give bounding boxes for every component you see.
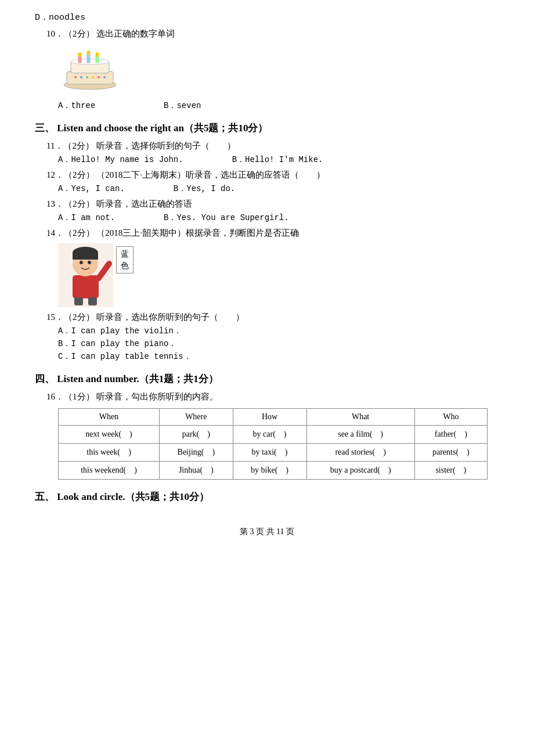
svg-rect-21 bbox=[73, 253, 98, 260]
cell-what-1: see a film( ) bbox=[306, 426, 414, 444]
q14-image-area: 蓝 色 bbox=[58, 243, 499, 307]
q12-options: A．Yes, I can. B．Yes, I do. bbox=[58, 183, 499, 194]
svg-point-11 bbox=[80, 76, 82, 78]
cake-image bbox=[58, 47, 122, 93]
q14-label: 14．（2分） （2018三上·韶关期中）根据录音，判断图片是否正确 bbox=[46, 228, 499, 239]
col-how: How bbox=[233, 409, 306, 426]
cell-how-3: by bike( ) bbox=[233, 462, 306, 480]
q12-label: 12．（2分） （2018二下·上海期末）听录音，选出正确的应答语（ ） bbox=[46, 170, 499, 181]
svg-point-13 bbox=[92, 76, 94, 78]
svg-point-10 bbox=[74, 76, 77, 78]
col-when: When bbox=[59, 409, 160, 426]
cell-how-1: by car( ) bbox=[233, 426, 306, 444]
svg-point-14 bbox=[98, 76, 100, 78]
svg-rect-17 bbox=[73, 275, 99, 298]
question-10: 10．（2分） 选出正确的数字单词 A．three B．seven bbox=[46, 28, 499, 111]
svg-rect-5 bbox=[87, 54, 90, 63]
q15-option-c: C．I can play table tennis． bbox=[58, 351, 499, 362]
q11-label: 11．（2分） 听录音，选择你听到的句子（ ） bbox=[46, 141, 499, 152]
q15-label: 15．（2分） 听录音，选出你所听到的句子（ ） bbox=[46, 312, 499, 323]
svg-point-12 bbox=[86, 76, 88, 78]
page-footer: 第 3 页 共 11 页 bbox=[35, 527, 499, 537]
question-16: 16．（1分） 听录音，勾出你所听到的内容。 When Where How Wh… bbox=[46, 391, 499, 480]
q10-option-a: A．three B．seven bbox=[58, 100, 499, 111]
table-row: this weekend( ) Jinhua( ) by bike( ) buy… bbox=[59, 462, 488, 480]
cell-when-1: next week( ) bbox=[59, 426, 160, 444]
question-11: 11．（2分） 听录音，选择你听到的句子（ ） A．Hello! My name… bbox=[46, 141, 499, 165]
svg-point-22 bbox=[80, 261, 83, 264]
col-where: Where bbox=[160, 409, 233, 426]
q16-label: 16．（1分） 听录音，勾出你所听到的内容。 bbox=[46, 391, 499, 402]
table-row: this week( ) Beijing( ) by taxi( ) read … bbox=[59, 444, 488, 462]
q15-option-a: A．I can play the violin． bbox=[58, 326, 499, 336]
q10-label: 10．（2分） 选出正确的数字单词 bbox=[46, 28, 499, 39]
option-d-noodles: D．noodles bbox=[35, 12, 499, 23]
cell-where-2: Beijing( ) bbox=[160, 444, 233, 462]
svg-point-23 bbox=[88, 261, 91, 264]
cell-what-3: buy a postcard( ) bbox=[306, 462, 414, 480]
blue-label: 蓝 色 bbox=[116, 246, 134, 273]
table-row: next week( ) park( ) by car( ) see a fil… bbox=[59, 426, 488, 444]
cell-when-2: this week( ) bbox=[59, 444, 160, 462]
section-5-header: 五、 Look and circle.（共5题；共10分） bbox=[35, 490, 499, 503]
cell-who-3: sister( ) bbox=[414, 462, 487, 480]
svg-point-9 bbox=[96, 52, 99, 57]
table-header-row: When Where How What Who bbox=[59, 409, 488, 426]
q13-label: 13．（2分） 听录音，选出正确的答语 bbox=[46, 199, 499, 210]
cell-who-2: parents( ) bbox=[414, 444, 487, 462]
svg-rect-24 bbox=[74, 297, 83, 305]
cell-when-3: this weekend( ) bbox=[59, 462, 160, 480]
question-15: 15．（2分） 听录音，选出你所听到的句子（ ） A．I can play th… bbox=[46, 312, 499, 362]
question-14: 14．（2分） （2018三上·韶关期中）根据录音，判断图片是否正确 bbox=[46, 228, 499, 307]
section-3-header: 三、 Listen and choose the right an（共5题；共1… bbox=[35, 121, 499, 135]
col-who: Who bbox=[414, 409, 487, 426]
question-12: 12．（2分） （2018二下·上海期末）听录音，选出正确的应答语（ ） A．Y… bbox=[46, 170, 499, 194]
cell-how-2: by taxi( ) bbox=[233, 444, 306, 462]
svg-point-15 bbox=[103, 76, 106, 78]
svg-point-8 bbox=[87, 51, 91, 55]
cell-who-1: father( ) bbox=[414, 426, 487, 444]
q13-options: A．I am not. B．Yes. You are Supergirl. bbox=[58, 213, 499, 223]
section-4-header: 四、 Listen and number.（共1题；共1分） bbox=[35, 372, 499, 386]
cell-where-3: Jinhua( ) bbox=[160, 462, 233, 480]
q11-options: A．Hello! My name is John. B．Hello! I'm M… bbox=[58, 154, 499, 165]
cell-what-2: read stories( ) bbox=[306, 444, 414, 462]
svg-point-7 bbox=[78, 52, 82, 57]
svg-rect-25 bbox=[88, 297, 97, 305]
cell-where-1: park( ) bbox=[160, 426, 233, 444]
person-image bbox=[58, 243, 113, 307]
col-what: What bbox=[306, 409, 414, 426]
q15-option-b: B．I can play the piano． bbox=[58, 339, 499, 349]
listen-table: When Where How What Who next week( ) par… bbox=[58, 408, 488, 480]
question-13: 13．（2分） 听录音，选出正确的答语 A．I am not. B．Yes. Y… bbox=[46, 199, 499, 223]
